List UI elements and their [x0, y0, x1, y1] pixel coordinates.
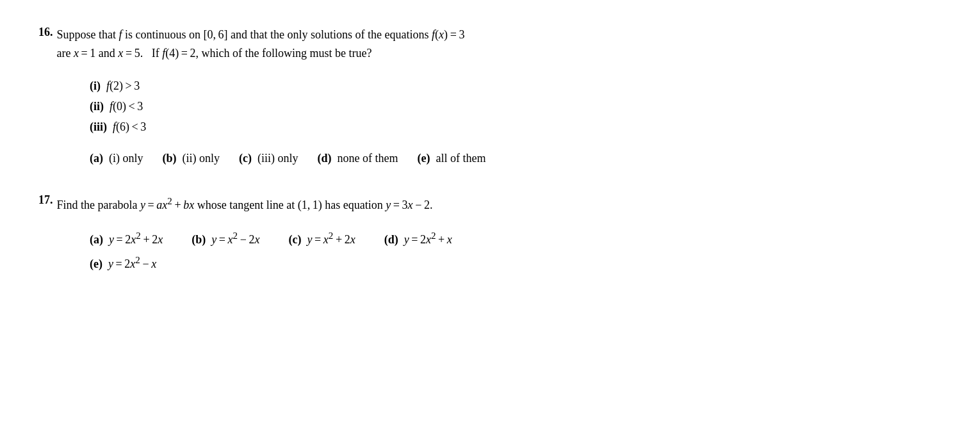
problem-16: 16. Suppose that f is continuous on [0, …	[38, 26, 942, 168]
problem-16-choices: (a) (i) only (b) (ii) only (c) (iii) onl…	[90, 149, 942, 168]
choice-16c: (c) (iii) only	[239, 149, 298, 168]
condition-1: (i) f(2) > 3	[90, 76, 942, 96]
choice-16e: (e) all of them	[417, 149, 486, 168]
problem-17: 17. Find the parabola y = ax2 + bx whose…	[38, 193, 942, 275]
problem-16-number: 16.	[38, 26, 53, 39]
choice-16b: (b) (ii) only	[163, 149, 220, 168]
problem-16-text: Suppose that f is continuous on [0, 6] a…	[57, 26, 465, 63]
condition-2: (ii) f(0) < 3	[90, 96, 942, 117]
problem-16-conditions: (i) f(2) > 3 (ii) f(0) < 3 (iii) f(6) < …	[90, 76, 942, 138]
problem-17-text: Find the parabola y = ax2 + bx whose tan…	[57, 193, 433, 215]
choice-16a: (a) (i) only	[90, 149, 143, 168]
problem-17-choices-row1: (a) y = 2x2 + 2x (b) y = x2 − 2x (c) y =…	[90, 227, 942, 250]
choice-17c: (c) y = x2 + 2x	[288, 233, 358, 246]
condition-3: (iii) f(6) < 3	[90, 117, 942, 137]
choice-17e: (e) y = 2x2 − x	[90, 257, 156, 270]
choice-17d: (d) y = 2x2 + x	[384, 233, 452, 246]
choice-16d: (d) none of them	[317, 149, 398, 168]
problem-17-number: 17.	[38, 193, 53, 207]
choice-17b: (b) y = x2 − 2x	[192, 233, 263, 246]
choice-17a: (a) y = 2x2 + 2x	[90, 233, 166, 246]
problem-17-choices-row2: (e) y = 2x2 − x	[90, 251, 942, 275]
problem-17-choices: (a) y = 2x2 + 2x (b) y = x2 − 2x (c) y =…	[90, 227, 942, 274]
